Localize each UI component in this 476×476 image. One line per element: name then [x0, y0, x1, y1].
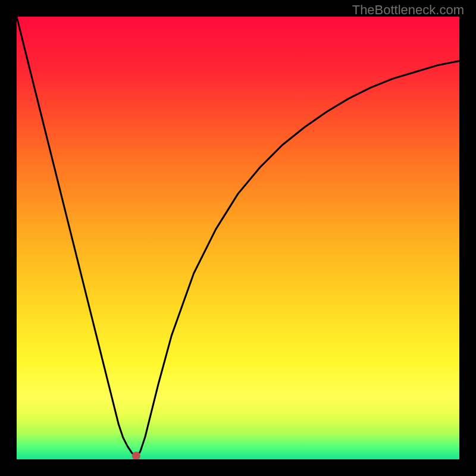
plot-area	[17, 17, 459, 459]
watermark-text: TheBottleneck.com	[352, 2, 464, 18]
chart-frame: TheBottleneck.com	[0, 0, 476, 476]
chart-svg	[17, 17, 459, 459]
gradient-background	[17, 17, 459, 459]
